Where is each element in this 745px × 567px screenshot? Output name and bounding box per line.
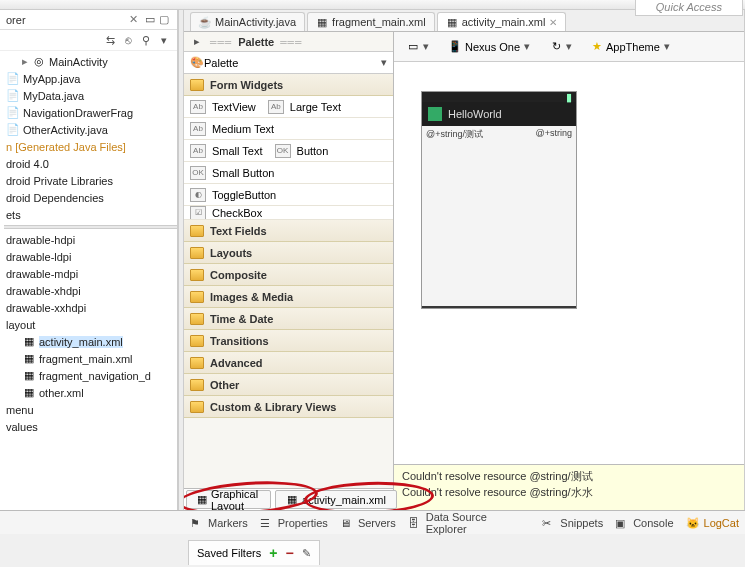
xml-source-tab[interactable]: ▦activity_main.xml	[275, 490, 397, 509]
collapse-icon[interactable]: ⇆	[103, 33, 117, 47]
orientation-dropdown[interactable]: ↻▾	[545, 37, 577, 56]
palette-category[interactable]: Form Widgets	[184, 74, 393, 96]
device-dropdown[interactable]: 📱Nexus One▾	[444, 37, 535, 56]
preview-canvas[interactable]: ▮ HelloWorld @+string/测试 @+string	[394, 62, 744, 464]
text-widget[interactable]: @+string	[536, 128, 572, 138]
expand-icon[interactable]: ▸	[190, 35, 204, 49]
close-tab-icon[interactable]: ✕	[549, 17, 557, 28]
view-tab-markers[interactable]: ⚑Markers	[190, 517, 248, 529]
folder-icon	[190, 379, 204, 391]
theme-dropdown[interactable]: ★AppTheme▾	[587, 37, 675, 56]
xml-file-icon: ▦	[286, 494, 298, 506]
editor-tab[interactable]: ☕MainActivity.java	[190, 12, 305, 31]
page-icon: ▭	[407, 41, 419, 53]
editor-tab-active[interactable]: ▦activity_main.xml✕	[437, 12, 567, 31]
chevron-down-icon: ▾	[381, 56, 387, 69]
palette-category[interactable]: Text Fields	[184, 220, 393, 242]
folder-icon	[190, 313, 204, 325]
palette-item[interactable]: ☑CheckBox	[184, 206, 393, 220]
logcat-icon: 🐱	[686, 517, 700, 529]
widget-icon: OK	[190, 166, 206, 180]
widget-icon: Ab	[190, 122, 206, 136]
tree-item-java: 📄NavigationDrawerFrag	[4, 104, 177, 121]
folder-icon	[190, 79, 204, 91]
close-icon[interactable]: ✕	[129, 13, 143, 26]
chevron-down-icon: ▾	[566, 40, 572, 53]
class-icon: ◎	[32, 55, 46, 69]
graphical-layout-tab[interactable]: ▦Graphical Layout	[186, 490, 271, 509]
package-explorer-panel: orer ✕ ▭ ▢ ⇆ ⎋ ⚲ ▾ ▸◎MainActivity 📄MyApp…	[0, 10, 178, 510]
view-tab-properties[interactable]: ☰Properties	[260, 517, 328, 529]
toggle-icon: ◐	[190, 188, 206, 202]
widget-icon: Ab	[268, 100, 284, 114]
star-icon: ★	[592, 40, 602, 53]
tree-layout-item: ▦fragment_main.xml	[4, 350, 177, 367]
status-bar: ▮	[422, 92, 576, 102]
tree-drawable: drawable-mdpi	[4, 265, 177, 282]
error-panel: Couldn't resolve resource @string/测试 Cou…	[394, 464, 744, 510]
editor-tab[interactable]: ▦fragment_main.xml	[307, 12, 435, 31]
java-file-icon: 📄	[6, 106, 20, 120]
palette-item[interactable]: AbSmall TextOKButton	[184, 140, 393, 162]
config-dropdown[interactable]: ▭▾	[402, 37, 434, 56]
chevron-down-icon: ▾	[423, 40, 429, 53]
edit-filter-icon[interactable]: ✎	[302, 547, 311, 560]
palette-category[interactable]: Composite	[184, 264, 393, 286]
text-widget[interactable]: @+string/测试	[426, 128, 483, 141]
preview-toolbar: ▭▾ 📱Nexus One▾ ↻▾ ★AppTheme▾	[394, 32, 744, 62]
tree-layout-item: ▦other.xml	[4, 384, 177, 401]
app-title-bar: HelloWorld	[422, 102, 576, 126]
xml-file-icon: ▦	[22, 335, 36, 349]
palette-category[interactable]: Time & Date	[184, 308, 393, 330]
tree-gen: n [Generated Java Files]	[4, 138, 177, 155]
menu-icon[interactable]: ▾	[157, 33, 171, 47]
project-tree[interactable]: ▸◎MainActivity 📄MyApp.java 📄MyData.java …	[0, 51, 177, 510]
checkbox-icon: ☑	[190, 206, 206, 220]
view-tab-snippets[interactable]: ✂Snippets	[542, 517, 603, 529]
tree-lib: droid Dependencies	[4, 189, 177, 206]
palette-category[interactable]: Custom & Library Views	[184, 396, 393, 418]
palette-category[interactable]: Layouts	[184, 242, 393, 264]
palette-category[interactable]: Images & Media	[184, 286, 393, 308]
main-toolbar	[0, 0, 745, 10]
tree-values: values	[4, 418, 177, 435]
minimize-icon[interactable]: ▭	[143, 13, 157, 27]
xml-file-icon: ▦	[22, 369, 36, 383]
palette-item[interactable]: ◐ToggleButton	[184, 184, 393, 206]
palette-category[interactable]: Other	[184, 374, 393, 396]
focus-icon[interactable]: ⚲	[139, 33, 153, 47]
view-tab-console[interactable]: ▣Console	[615, 517, 673, 529]
tree-layout-folder: layout	[4, 316, 177, 333]
palette-item[interactable]: AbMedium Text	[184, 118, 393, 140]
quick-access-box[interactable]: Quick Access	[635, 0, 743, 16]
signal-icon: ▮	[566, 91, 572, 104]
view-tab-servers[interactable]: 🖥Servers	[340, 517, 396, 529]
palette-category[interactable]: Advanced	[184, 352, 393, 374]
java-file-icon: 📄	[6, 89, 20, 103]
palette-panel: ▸ ═══ Palette ═══ 🎨 Palette ▾ Form Widge…	[184, 32, 394, 510]
folder-icon	[190, 401, 204, 413]
remove-filter-icon[interactable]: −	[285, 545, 293, 561]
folder-icon	[190, 269, 204, 281]
tree-drawable: drawable-hdpi	[4, 231, 177, 248]
maximize-icon[interactable]: ▢	[157, 13, 171, 27]
view-tab-data-source[interactable]: 🗄Data Source Explorer	[408, 511, 531, 535]
tree-item-class: ▸◎MainActivity	[4, 53, 177, 70]
java-file-icon: 📄	[6, 123, 20, 137]
xml-file-icon: ▦	[316, 16, 328, 28]
editor-panel: ☕MainActivity.java ▦fragment_main.xml ▦a…	[184, 10, 745, 510]
palette-item[interactable]: OKSmall Button	[184, 162, 393, 184]
tree-drawable: drawable-xhdpi	[4, 282, 177, 299]
layout-icon: ▦	[197, 494, 207, 506]
orientation-icon: ↻	[550, 41, 562, 53]
java-file-icon: ☕	[199, 16, 211, 28]
add-filter-icon[interactable]: +	[269, 545, 277, 561]
palette-item[interactable]: AbTextViewAbLarge Text	[184, 96, 393, 118]
error-line: Couldn't resolve resource @string/测试	[402, 469, 736, 485]
console-icon: ▣	[615, 517, 629, 529]
view-tab-logcat[interactable]: 🐱LogCat	[686, 517, 739, 529]
link-icon[interactable]: ⎋	[121, 33, 135, 47]
folder-icon	[190, 357, 204, 369]
palette-category[interactable]: Transitions	[184, 330, 393, 352]
palette-selector[interactable]: 🎨 Palette ▾	[184, 52, 393, 74]
